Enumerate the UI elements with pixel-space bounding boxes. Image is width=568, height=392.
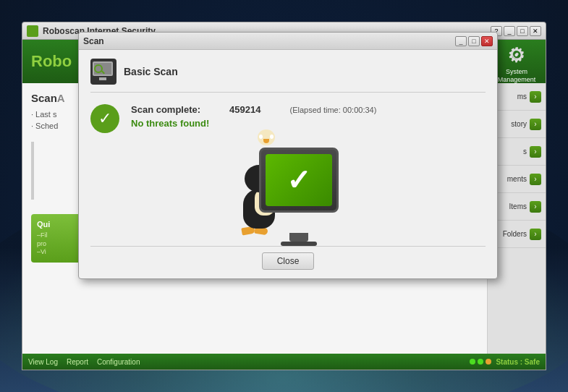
mascot-area: ✓ (90, 148, 486, 234)
mascot-check-icon: ✓ (287, 163, 311, 197)
scan-type-icon (90, 59, 116, 85)
dialog-overlay: Scan _ □ ✕ (0, 0, 568, 392)
dialog-window-controls: _ □ ✕ (455, 36, 493, 46)
tux-eye-left (259, 135, 263, 139)
scan-count: 459214 (229, 104, 260, 115)
elapsed-time: (Elapsed time: 00:00:34) (289, 106, 376, 114)
scan-type-label: Basic Scan (124, 66, 178, 77)
dialog-footer: Close (90, 246, 486, 270)
monitor-base (281, 242, 317, 246)
scan-dialog: Scan _ □ ✕ (78, 32, 498, 279)
dialog-close-action-button[interactable]: Close (262, 252, 315, 270)
scan-complete-label: Scan complete: (131, 104, 200, 115)
tux-eye-right (270, 135, 274, 139)
dialog-title-bar: Scan _ □ ✕ (79, 33, 497, 50)
mascot: ✓ (237, 148, 339, 234)
mascot-screen: ✓ (266, 154, 332, 206)
dialog-close-button[interactable]: ✕ (481, 36, 493, 46)
scan-result: ✓ Scan complete: 459214 (Elapsed time: 0… (90, 104, 486, 133)
mascot-monitor: ✓ (259, 148, 339, 213)
dialog-maximize-button[interactable]: □ (468, 36, 480, 46)
monitor-stand (289, 233, 308, 242)
dialog-header: Basic Scan (90, 59, 486, 93)
dialog-title: Scan (83, 36, 455, 46)
dialog-minimize-button[interactable]: _ (455, 36, 467, 46)
scan-result-info: Scan complete: 459214 (Elapsed time: 00:… (131, 104, 486, 129)
no-threats-label: No threats found! (131, 118, 486, 129)
dialog-body: Basic Scan ✓ Scan complete: 459214 (Elap… (79, 50, 497, 278)
success-check-icon: ✓ (90, 104, 119, 133)
scan-complete-row: Scan complete: 459214 (Elapsed time: 00:… (131, 104, 486, 115)
